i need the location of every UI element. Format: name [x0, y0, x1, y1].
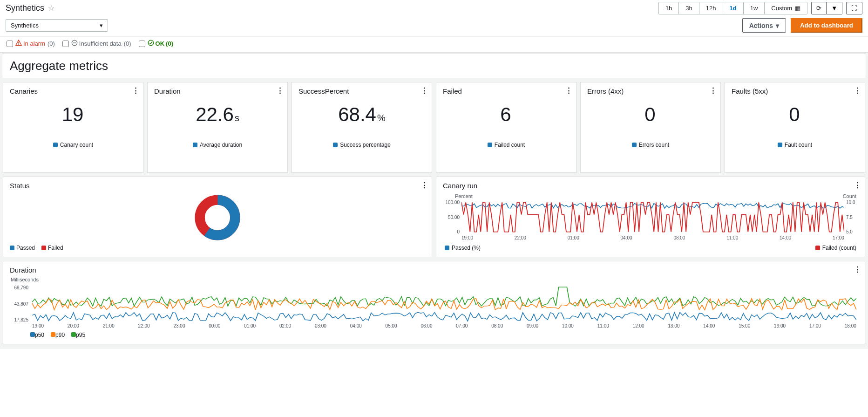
- dashboard-area: Aggregate metrics ⋮ Canaries 19 Canary c…: [0, 52, 868, 349]
- widget-menu-icon[interactable]: ⋮: [277, 86, 284, 95]
- widget-menu-icon[interactable]: ⋮: [854, 265, 861, 273]
- metric-value: 19: [62, 103, 84, 126]
- ok-checkbox[interactable]: [139, 41, 145, 47]
- left-axis-label: Percent: [455, 193, 473, 199]
- widget-title: Duration: [10, 266, 858, 274]
- chevron-down-icon: ▾: [776, 22, 779, 29]
- legend-swatch: [778, 143, 782, 147]
- time-range-selector: 1h 3h 12h 1d 1w Custom ▦: [658, 2, 807, 14]
- widget-title: Canaries: [10, 87, 136, 95]
- namespace-select[interactable]: Synthetics ▾: [6, 19, 108, 32]
- metric-value: 68.4: [338, 103, 376, 126]
- widget-menu-icon[interactable]: ⋮: [710, 86, 717, 95]
- in-alarm-count: (0): [47, 40, 55, 47]
- time-range-1w[interactable]: 1w: [744, 2, 765, 14]
- x-tick: 03:00: [315, 323, 326, 330]
- time-range-1h[interactable]: 1h: [659, 2, 679, 14]
- widget-faults: ⋮ Faults (5xx) 0 Fault count: [725, 82, 865, 173]
- x-tick: 06:00: [420, 323, 432, 330]
- widget-menu-icon[interactable]: ⋮: [854, 181, 861, 189]
- duration-legend: p50 p90 p95: [10, 330, 858, 338]
- metric-value: 0: [789, 103, 800, 126]
- refresh-dropdown-button[interactable]: ▼: [827, 2, 842, 14]
- alarm-filter-insufficient[interactable]: Insufficient data (0): [62, 40, 131, 48]
- insufficient-label: Insufficient data: [79, 40, 122, 47]
- x-tick: 07:00: [456, 323, 468, 330]
- alarm-filter-in-alarm[interactable]: In alarm (0): [7, 40, 55, 48]
- widget-status: ⋮ Status Passed Failed: [3, 177, 432, 257]
- x-tick: 23:00: [173, 323, 185, 330]
- time-range-3h[interactable]: 3h: [679, 2, 699, 14]
- x-tick: 18:00: [845, 323, 856, 330]
- x-tick: 02:00: [279, 323, 291, 330]
- section-title: Aggregate metrics: [10, 59, 858, 73]
- widget-title: Failed: [443, 87, 570, 95]
- widget-menu-icon[interactable]: ⋮: [854, 86, 861, 95]
- legend-swatch: [51, 332, 55, 337]
- x-tick: 04:00: [621, 235, 632, 242]
- x-tick: 01:00: [244, 323, 256, 330]
- chevron-down-icon: ▼: [831, 5, 837, 12]
- metric-unit: s: [235, 113, 239, 123]
- refresh-icon: ⟳: [816, 5, 821, 12]
- time-range-custom[interactable]: Custom ▦: [765, 2, 807, 14]
- refresh-button[interactable]: ⟳: [811, 2, 827, 14]
- widget-menu-icon[interactable]: ⋮: [421, 86, 428, 95]
- insufficient-minus-icon: [71, 40, 78, 48]
- metric-legend: Canary count: [60, 142, 93, 148]
- in-alarm-checkbox[interactable]: [7, 41, 13, 47]
- x-tick: 05:00: [386, 323, 397, 330]
- widget-menu-icon[interactable]: ⋮: [421, 181, 428, 189]
- y-tick: 5.0: [846, 229, 858, 234]
- metrics-row: ⋮ Canaries 19 Canary count ⋮ Duration 22…: [1, 82, 867, 173]
- legend-swatch: [71, 332, 76, 337]
- actions-label: Actions: [749, 22, 773, 29]
- alarm-filter-ok[interactable]: OK (0): [139, 40, 173, 48]
- legend-swatch: [333, 143, 338, 147]
- legend-swatch: [30, 332, 35, 337]
- time-range-1d[interactable]: 1d: [723, 2, 744, 14]
- widget-canary-run: ⋮ Canary run Percent Count 100.00 50.00 …: [436, 177, 865, 257]
- section-header: Aggregate metrics: [2, 54, 866, 78]
- x-tick: 17:00: [833, 235, 844, 242]
- legend-swatch: [632, 143, 637, 147]
- status-donut-chart: [10, 192, 425, 243]
- widget-duration-chart: ⋮ Duration Milliseconds 69,790 43,807 17…: [3, 261, 865, 344]
- insufficient-count: (0): [124, 40, 131, 47]
- expand-icon: ⛶: [851, 5, 857, 12]
- time-range-12h[interactable]: 12h: [699, 2, 723, 14]
- favorite-star-icon[interactable]: ☆: [48, 4, 54, 13]
- x-tick: 00:00: [209, 323, 220, 330]
- widget-successpercent: ⋮ SuccessPercent 68.4% Success percentag…: [292, 82, 432, 173]
- legend-label: p50: [35, 332, 44, 338]
- widget-failed: ⋮ Failed 6 Failed count: [436, 82, 576, 173]
- widget-title: SuccessPercent: [298, 87, 425, 95]
- right-axis-label: Count: [843, 193, 856, 199]
- x-tick: 19:00: [461, 235, 473, 242]
- expand-button[interactable]: ⛶: [846, 2, 862, 14]
- metric-legend: Fault count: [785, 142, 812, 148]
- legend-label: Failed (count): [822, 245, 856, 251]
- insufficient-checkbox[interactable]: [62, 41, 69, 47]
- add-to-dashboard-button[interactable]: Add to dashboard: [791, 18, 862, 33]
- metric-unit: %: [377, 113, 386, 123]
- x-tick: 15:00: [739, 323, 750, 330]
- legend-swatch: [488, 143, 492, 147]
- canary-legend: Passed (%) Failed (count): [443, 245, 858, 251]
- y-tick: 7.5: [846, 215, 858, 220]
- x-tick: 13:00: [668, 323, 679, 330]
- metric-legend: Average duration: [200, 142, 242, 148]
- x-tick: 10:00: [562, 323, 574, 330]
- calendar-icon: ▦: [795, 5, 800, 12]
- metric-legend: Errors count: [639, 142, 669, 148]
- widget-menu-icon[interactable]: ⋮: [565, 86, 572, 95]
- ok-label: OK: [156, 40, 165, 47]
- x-tick: 14:00: [703, 323, 715, 330]
- x-tick: 20:00: [68, 323, 79, 330]
- widget-menu-icon[interactable]: ⋮: [132, 86, 139, 95]
- legend-swatch: [10, 246, 14, 250]
- status-row: ⋮ Status Passed Failed ⋮ Canary run Perc…: [1, 177, 867, 257]
- legend-label: p90: [55, 332, 65, 338]
- actions-button[interactable]: Actions ▾: [742, 18, 786, 33]
- legend-label: p95: [76, 332, 85, 338]
